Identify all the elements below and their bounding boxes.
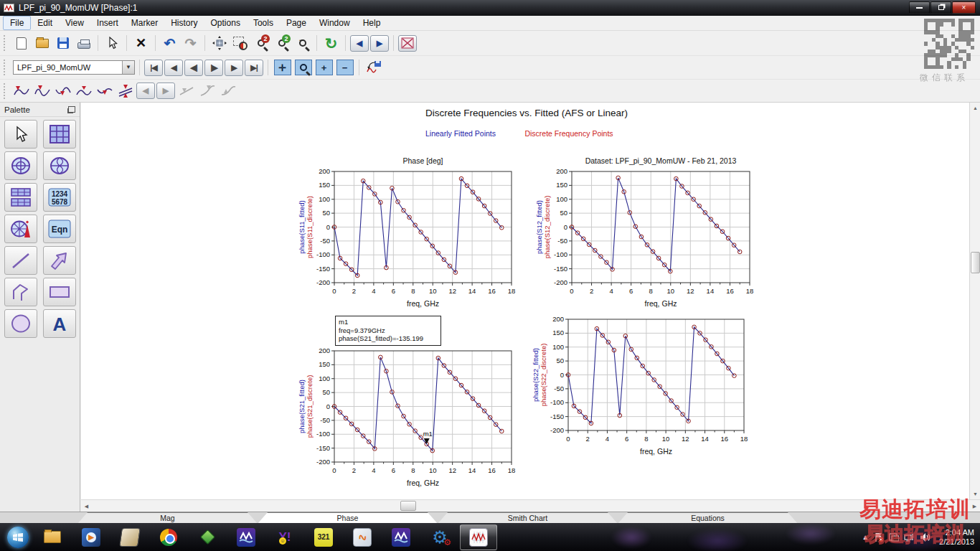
vertical-scroll-thumb[interactable] [971, 252, 980, 273]
menu-options[interactable]: Options [204, 17, 247, 29]
pan-view-button[interactable] [209, 34, 229, 52]
menu-file[interactable]: File [3, 16, 31, 30]
taskbar-mpc[interactable]: 321 [305, 524, 342, 550]
toolbar-grip[interactable] [4, 60, 7, 75]
tab-smith-chart[interactable]: Smith Chart [438, 512, 618, 524]
marker-delta-button[interactable] [116, 82, 135, 100]
palette-circle-shape-button[interactable] [4, 309, 37, 338]
vcr-next-button[interactable]: ▶ [225, 60, 243, 76]
palette-stacked-plot-button[interactable] [4, 183, 37, 212]
palette-polar-plot-button[interactable] [4, 151, 37, 180]
zoom-in-2x-button[interactable]: 2 [251, 34, 270, 52]
taskbar-ads-main[interactable] [227, 524, 265, 550]
fit-window-button[interactable]: ✛ [273, 58, 292, 77]
palette-smith-chart-button[interactable] [43, 151, 76, 180]
zoom-area-grid-button[interactable] [293, 58, 313, 77]
palette-text-tool-button[interactable]: A [43, 309, 76, 338]
taskbar-origin-tool[interactable]: ∿ [344, 524, 381, 550]
save-button[interactable] [53, 34, 72, 52]
palette-antenna-plot-button[interactable] [4, 215, 37, 243]
vcr-first-button[interactable]: |◀ [144, 60, 163, 76]
marker-disabled-3-button[interactable] [218, 82, 237, 100]
vertical-scrollbar[interactable]: ▲ ▼ [969, 103, 980, 499]
palette-rectangular-plot-button[interactable] [43, 120, 76, 149]
menu-tools[interactable]: Tools [247, 17, 280, 29]
marker-disabled-2-button[interactable] [197, 82, 217, 100]
menu-edit[interactable]: Edit [31, 17, 59, 29]
save-plot-data-button[interactable] [364, 58, 383, 77]
palette-list-plot-button[interactable]: 12345678 [43, 183, 76, 212]
restore-button[interactable] [930, 1, 951, 14]
open-button[interactable] [32, 34, 52, 52]
taskbar-dictionary[interactable] [111, 524, 149, 550]
start-button[interactable] [3, 524, 33, 551]
menu-window[interactable]: Window [313, 17, 357, 29]
print-button[interactable] [74, 34, 93, 52]
zoom-fit-button[interactable]: − [293, 34, 312, 52]
marker-min-button[interactable] [95, 82, 114, 100]
float-panel-icon[interactable] [68, 106, 75, 113]
taskbar-chrome[interactable] [150, 524, 187, 550]
marker-new-button[interactable] [11, 82, 31, 100]
close-page-button[interactable] [398, 35, 417, 52]
taskbar-ads-schematic[interactable] [382, 524, 420, 550]
redo-button[interactable]: ↷ [181, 34, 200, 52]
taskbar-yahoo[interactable]: Y!☺ [266, 524, 303, 550]
undo-button[interactable]: ↶ [160, 34, 179, 52]
toolbar-grip[interactable] [4, 35, 7, 51]
taskbar-sims[interactable] [189, 524, 226, 550]
scroll-up-arrow[interactable]: ▲ [970, 103, 980, 113]
horizontal-scroll-thumb[interactable] [400, 501, 416, 511]
zoom-out-2x-button[interactable]: 2 [272, 34, 291, 52]
zoom-in-grid-button[interactable]: + [314, 58, 334, 77]
menu-page[interactable]: Page [280, 17, 313, 29]
vcr-previous-button[interactable]: ◀ [164, 60, 183, 76]
close-button[interactable]: × [952, 1, 976, 14]
horizontal-scrollbar[interactable]: ◀ ▶ [81, 499, 980, 512]
taskbar-explorer[interactable] [34, 524, 71, 550]
marker-disabled-1-button[interactable] [176, 82, 196, 100]
menu-marker[interactable]: Marker [125, 17, 164, 29]
taskbar-data-display-active[interactable] [460, 524, 497, 550]
palette-polyline-shape-button[interactable] [4, 278, 37, 306]
menu-help[interactable]: Help [357, 17, 387, 29]
tab-equations[interactable]: Equations [618, 512, 798, 524]
vcr-last-button[interactable]: ▶| [245, 60, 263, 76]
vcr-step-back-button[interactable]: ◀| [184, 60, 203, 76]
dataset-selector[interactable]: LPF_pi_90_MomUW ▼ [13, 60, 135, 75]
menu-view[interactable]: View [59, 17, 90, 29]
refresh-button[interactable]: ↻ [321, 34, 341, 52]
palette-equation-button[interactable]: Eqn [43, 215, 76, 243]
marker-max-button[interactable] [74, 82, 93, 100]
marker-next-button[interactable]: ▶ [156, 83, 175, 99]
scroll-left-arrow[interactable]: ◀ [81, 500, 92, 512]
palette-pointer-button[interactable] [4, 120, 37, 149]
new-document-button[interactable] [11, 34, 31, 52]
taskbar-media-player[interactable]: ▶ [72, 524, 110, 550]
pointer-tool-button[interactable] [103, 34, 122, 52]
chevron-down-icon[interactable]: ▼ [122, 61, 134, 74]
page-back-button[interactable]: ◀ [350, 35, 369, 52]
marker-peak-button[interactable] [32, 82, 52, 100]
scroll-right-arrow[interactable]: ▶ [969, 500, 980, 512]
toolbar-grip[interactable] [4, 83, 7, 99]
page-forward-button[interactable]: ▶ [370, 35, 389, 52]
marker-prev-button[interactable]: ◀ [136, 83, 155, 99]
palette-line-button[interactable] [4, 246, 37, 275]
marker-valley-button[interactable] [53, 82, 72, 100]
taskbar-gear-tool[interactable]: ⚙⚙ [421, 524, 458, 550]
close-page-icon [401, 37, 414, 49]
menu-insert[interactable]: Insert [90, 17, 125, 29]
palette-rectangle-shape-button[interactable] [43, 278, 76, 306]
delete-button[interactable]: ✕ [131, 34, 151, 52]
zoom-area-button[interactable] [230, 34, 250, 52]
minimize-button[interactable] [909, 1, 930, 14]
zoom-out-grid-button[interactable]: − [335, 58, 354, 77]
tab-phase[interactable]: Phase [258, 512, 438, 524]
palette-arrow-shape-button[interactable] [43, 246, 76, 275]
tab-mag[interactable]: Mag [77, 512, 258, 524]
menu-history[interactable]: History [164, 17, 204, 29]
marker-readout-box[interactable]: m1 freq=9.379GHz phase(S21_fitted)=-135.… [335, 316, 441, 346]
scroll-down-arrow[interactable]: ▼ [970, 489, 980, 499]
vcr-step-forward-button[interactable]: |▶ [204, 60, 223, 76]
